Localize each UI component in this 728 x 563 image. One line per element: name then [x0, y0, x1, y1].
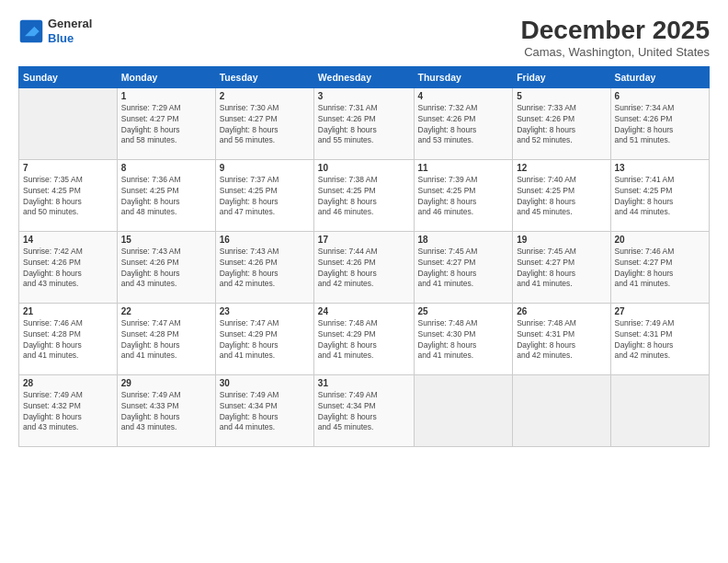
day-number: 25 — [418, 306, 509, 316]
day-info: Sunrise: 7:48 AMSunset: 4:30 PMDaylight:… — [418, 318, 509, 362]
calendar-cell: 9Sunrise: 7:37 AMSunset: 4:25 PMDaylight… — [215, 159, 313, 231]
day-number: 4 — [418, 91, 509, 101]
day-info: Sunrise: 7:29 AMSunset: 4:27 PMDaylight:… — [121, 103, 211, 147]
calendar-cell: 3Sunrise: 7:31 AMSunset: 4:26 PMDaylight… — [313, 87, 414, 159]
calendar-week-0: 1Sunrise: 7:29 AMSunset: 4:27 PMDaylight… — [19, 87, 710, 159]
day-number: 10 — [318, 163, 410, 173]
calendar-cell: 13Sunrise: 7:41 AMSunset: 4:25 PMDayligh… — [610, 159, 709, 231]
day-number: 2 — [220, 91, 310, 101]
calendar-cell: 25Sunrise: 7:48 AMSunset: 4:30 PMDayligh… — [414, 303, 513, 374]
calendar-header-thursday: Thursday — [414, 66, 513, 87]
month-title: December 2025 — [521, 17, 710, 45]
calendar-cell: 6Sunrise: 7:34 AMSunset: 4:26 PMDaylight… — [610, 87, 709, 159]
calendar-cell: 23Sunrise: 7:47 AMSunset: 4:29 PMDayligh… — [215, 303, 313, 374]
calendar-cell: 22Sunrise: 7:47 AMSunset: 4:28 PMDayligh… — [117, 303, 215, 374]
calendar-cell: 1Sunrise: 7:29 AMSunset: 4:27 PMDaylight… — [117, 87, 215, 159]
calendar-cell — [19, 87, 118, 159]
day-number: 15 — [121, 235, 211, 245]
calendar-cell: 10Sunrise: 7:38 AMSunset: 4:25 PMDayligh… — [313, 159, 414, 231]
day-number: 24 — [318, 306, 410, 316]
calendar-cell: 20Sunrise: 7:46 AMSunset: 4:27 PMDayligh… — [610, 231, 709, 303]
day-number: 27 — [615, 306, 705, 316]
day-number: 7 — [23, 163, 113, 173]
day-number: 17 — [318, 235, 410, 245]
day-number: 8 — [121, 163, 211, 173]
calendar-cell: 12Sunrise: 7:40 AMSunset: 4:25 PMDayligh… — [513, 159, 610, 231]
logo-line1: General — [48, 17, 92, 31]
day-info: Sunrise: 7:41 AMSunset: 4:25 PMDaylight:… — [615, 175, 705, 219]
day-number: 21 — [23, 306, 113, 316]
calendar-cell — [610, 374, 709, 446]
calendar-cell: 19Sunrise: 7:45 AMSunset: 4:27 PMDayligh… — [513, 231, 610, 303]
calendar-cell: 14Sunrise: 7:42 AMSunset: 4:26 PMDayligh… — [19, 231, 118, 303]
day-number: 16 — [220, 235, 310, 245]
day-number: 28 — [23, 378, 113, 388]
header: General Blue December 2025 Camas, Washin… — [18, 17, 710, 59]
day-number: 6 — [615, 91, 705, 101]
calendar-cell: 17Sunrise: 7:44 AMSunset: 4:26 PMDayligh… — [313, 231, 414, 303]
day-info: Sunrise: 7:47 AMSunset: 4:29 PMDaylight:… — [220, 318, 310, 362]
calendar-cell — [414, 374, 513, 446]
calendar-header-friday: Friday — [513, 66, 610, 87]
day-info: Sunrise: 7:35 AMSunset: 4:25 PMDaylight:… — [23, 175, 113, 219]
day-number: 12 — [517, 163, 606, 173]
calendar-table: SundayMondayTuesdayWednesdayThursdayFrid… — [18, 66, 710, 447]
day-number: 13 — [615, 163, 705, 173]
day-number: 30 — [220, 378, 310, 388]
location: Camas, Washington, United States — [521, 45, 710, 59]
calendar-header-saturday: Saturday — [610, 66, 709, 87]
logo-text: General Blue — [48, 17, 92, 45]
calendar-cell: 8Sunrise: 7:36 AMSunset: 4:25 PMDaylight… — [117, 159, 215, 231]
day-info: Sunrise: 7:49 AMSunset: 4:34 PMDaylight:… — [318, 390, 410, 434]
day-info: Sunrise: 7:40 AMSunset: 4:25 PMDaylight:… — [517, 175, 606, 219]
logo-icon — [18, 18, 44, 44]
day-number: 11 — [418, 163, 509, 173]
calendar-cell: 21Sunrise: 7:46 AMSunset: 4:28 PMDayligh… — [19, 303, 118, 374]
day-info: Sunrise: 7:46 AMSunset: 4:27 PMDaylight:… — [615, 247, 705, 291]
day-info: Sunrise: 7:45 AMSunset: 4:27 PMDaylight:… — [418, 247, 509, 291]
day-info: Sunrise: 7:34 AMSunset: 4:26 PMDaylight:… — [615, 103, 705, 147]
day-info: Sunrise: 7:44 AMSunset: 4:26 PMDaylight:… — [318, 247, 410, 291]
day-info: Sunrise: 7:49 AMSunset: 4:33 PMDaylight:… — [121, 390, 211, 434]
calendar-cell: 5Sunrise: 7:33 AMSunset: 4:26 PMDaylight… — [513, 87, 610, 159]
day-info: Sunrise: 7:48 AMSunset: 4:29 PMDaylight:… — [318, 318, 410, 362]
day-number: 18 — [418, 235, 509, 245]
day-number: 26 — [517, 306, 606, 316]
day-info: Sunrise: 7:37 AMSunset: 4:25 PMDaylight:… — [220, 175, 310, 219]
day-info: Sunrise: 7:43 AMSunset: 4:26 PMDaylight:… — [220, 247, 310, 291]
day-number: 9 — [220, 163, 310, 173]
day-number: 23 — [220, 306, 310, 316]
day-number: 22 — [121, 306, 211, 316]
calendar-week-4: 28Sunrise: 7:49 AMSunset: 4:32 PMDayligh… — [19, 374, 710, 446]
calendar-cell: 29Sunrise: 7:49 AMSunset: 4:33 PMDayligh… — [117, 374, 215, 446]
title-block: December 2025 Camas, Washington, United … — [521, 17, 710, 59]
calendar-week-3: 21Sunrise: 7:46 AMSunset: 4:28 PMDayligh… — [19, 303, 710, 374]
calendar-cell: 30Sunrise: 7:49 AMSunset: 4:34 PMDayligh… — [215, 374, 313, 446]
day-info: Sunrise: 7:47 AMSunset: 4:28 PMDaylight:… — [121, 318, 211, 362]
logo-line2: Blue — [48, 31, 92, 46]
logo: General Blue — [18, 17, 92, 45]
day-info: Sunrise: 7:32 AMSunset: 4:26 PMDaylight:… — [418, 103, 509, 147]
calendar-cell: 16Sunrise: 7:43 AMSunset: 4:26 PMDayligh… — [215, 231, 313, 303]
day-info: Sunrise: 7:49 AMSunset: 4:31 PMDaylight:… — [615, 318, 705, 362]
day-info: Sunrise: 7:42 AMSunset: 4:26 PMDaylight:… — [23, 247, 113, 291]
calendar-cell: 18Sunrise: 7:45 AMSunset: 4:27 PMDayligh… — [414, 231, 513, 303]
day-info: Sunrise: 7:43 AMSunset: 4:26 PMDaylight:… — [121, 247, 211, 291]
day-number: 14 — [23, 235, 113, 245]
calendar-header-monday: Monday — [117, 66, 215, 87]
calendar-cell: 27Sunrise: 7:49 AMSunset: 4:31 PMDayligh… — [610, 303, 709, 374]
calendar-week-2: 14Sunrise: 7:42 AMSunset: 4:26 PMDayligh… — [19, 231, 710, 303]
day-number: 31 — [318, 378, 410, 388]
calendar-cell: 31Sunrise: 7:49 AMSunset: 4:34 PMDayligh… — [313, 374, 414, 446]
calendar-cell — [513, 374, 610, 446]
day-info: Sunrise: 7:49 AMSunset: 4:32 PMDaylight:… — [23, 390, 113, 434]
day-number: 3 — [318, 91, 410, 101]
day-info: Sunrise: 7:36 AMSunset: 4:25 PMDaylight:… — [121, 175, 211, 219]
day-info: Sunrise: 7:49 AMSunset: 4:34 PMDaylight:… — [220, 390, 310, 434]
calendar-cell: 28Sunrise: 7:49 AMSunset: 4:32 PMDayligh… — [19, 374, 118, 446]
day-info: Sunrise: 7:33 AMSunset: 4:26 PMDaylight:… — [517, 103, 606, 147]
day-info: Sunrise: 7:38 AMSunset: 4:25 PMDaylight:… — [318, 175, 410, 219]
calendar-header-tuesday: Tuesday — [215, 66, 313, 87]
calendar-cell: 26Sunrise: 7:48 AMSunset: 4:31 PMDayligh… — [513, 303, 610, 374]
day-number: 19 — [517, 235, 606, 245]
